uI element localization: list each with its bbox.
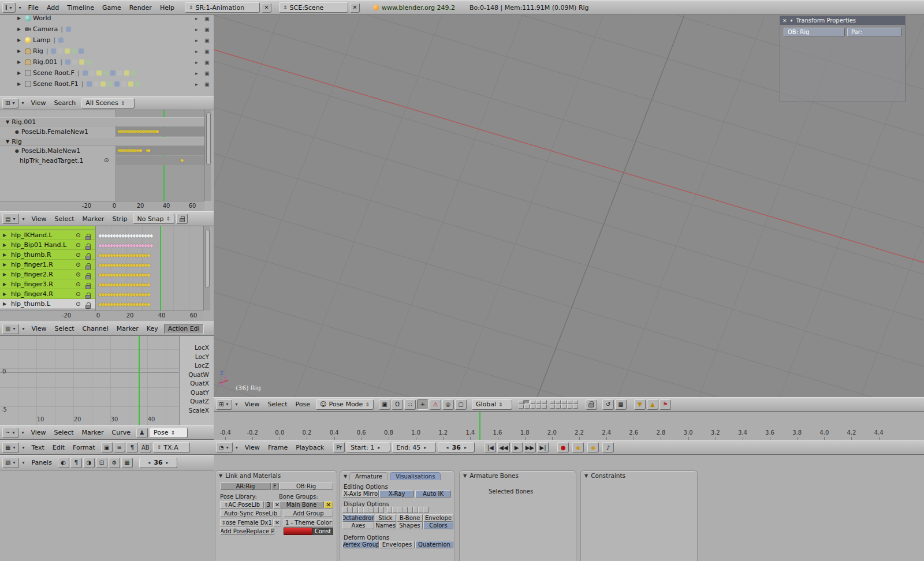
- layer-toggle[interactable]: [519, 400, 524, 404]
- nla-channel[interactable]: ▼Rig.001: [0, 117, 116, 126]
- menu-select[interactable]: Select: [51, 214, 79, 224]
- jump-start-icon[interactable]: |◀: [485, 442, 496, 452]
- ipo-type-dropdown[interactable]: Pose⇕: [150, 428, 188, 438]
- keyframe-diamond[interactable]: ◆: [147, 302, 151, 307]
- scene-close-button[interactable]: ✕: [350, 3, 360, 13]
- layer-toggle[interactable]: [556, 405, 561, 409]
- restrict-view-icon[interactable]: ▸: [195, 59, 198, 65]
- ob-name-field[interactable]: OB: Rig: [784, 28, 845, 36]
- layer-toggle[interactable]: [542, 405, 547, 409]
- dope-channel[interactable]: ▶hlp_finger4.R⊙: [0, 289, 95, 299]
- dope-channel[interactable]: ▶hlp_finger2.R⊙: [0, 270, 95, 279]
- menu-collapse-icon[interactable]: ▾: [235, 402, 237, 407]
- vertical-scrollbar[interactable]: [203, 226, 210, 311]
- screen-selector[interactable]: ⇕SR:1-Animation: [185, 2, 260, 13]
- collapse-triangle-icon[interactable]: ▼: [344, 474, 347, 479]
- toggle-octahedron[interactable]: Octahedron: [342, 514, 374, 522]
- audio-sync-icon[interactable]: ♪: [602, 442, 614, 452]
- text-datablock-field[interactable]: ⇕TX:A: [153, 442, 190, 452]
- curve-graph[interactable]: [0, 336, 179, 425]
- record-icon[interactable]: ●: [557, 442, 569, 452]
- current-frame-line[interactable]: [479, 412, 480, 440]
- restrict-view-icon[interactable]: ▸: [195, 16, 198, 21]
- nla-channel[interactable]: hlpTrk_headTarget.1⊙: [0, 156, 116, 165]
- keyframe-diamond[interactable]: ◆: [147, 272, 151, 278]
- replace-pose-button[interactable]: Replace P: [247, 528, 274, 535]
- auto-sync-poselib-button[interactable]: Auto-Sync PoseLib: [220, 510, 281, 517]
- ipo-channel[interactable]: ScaleX: [189, 407, 209, 414]
- layer-toggle[interactable]: [519, 405, 524, 409]
- toggle-quaternion[interactable]: Quaternion: [415, 541, 453, 548]
- users-count-button[interactable]: 3: [264, 501, 273, 508]
- restrict-render-icon[interactable]: ▣: [204, 81, 210, 87]
- toggle-shapes[interactable]: Shapes: [397, 522, 423, 529]
- parent-field[interactable]: Par:: [847, 28, 901, 36]
- scale-widget-icon[interactable]: ▢: [455, 399, 467, 410]
- toggle-envelope[interactable]: Envelope: [423, 514, 453, 522]
- menu-timeline[interactable]: Timeline: [63, 3, 98, 13]
- lock-icon[interactable]: [85, 256, 91, 260]
- add-group-button[interactable]: Add Group: [284, 510, 333, 517]
- menu-view[interactable]: View: [27, 214, 50, 224]
- visibility-eye-icon[interactable]: ⊙: [76, 242, 80, 248]
- collapse-triangle-icon[interactable]: ▼: [584, 473, 588, 478]
- toggle-x-axis-mirro[interactable]: X-Axis Mirro: [342, 490, 379, 498]
- toggle-axes[interactable]: Axes: [342, 522, 374, 529]
- theme-color-dropdown[interactable]: 1 - Theme Color: [284, 519, 333, 526]
- ipo-channel[interactable]: LocY: [195, 353, 209, 360]
- outliner-row[interactable]: ▶Rig|▸▣: [17, 46, 208, 57]
- rewind-icon[interactable]: ◀◀: [497, 442, 509, 452]
- editor-type-menu[interactable]: ~▾: [2, 428, 18, 438]
- menu-text[interactable]: Text: [27, 443, 48, 452]
- expander-icon[interactable]: ▶: [17, 70, 23, 76]
- snap-dropdown[interactable]: No Snap⇕: [133, 214, 174, 224]
- menu-channel[interactable]: Channel: [79, 324, 113, 334]
- script-context-icon[interactable]: ¶: [70, 458, 82, 468]
- menu-collapse-icon[interactable]: ▾: [22, 216, 24, 222]
- menu-select[interactable]: Select: [264, 399, 292, 409]
- restrict-view-icon[interactable]: ▸: [195, 70, 198, 76]
- ipo-channel[interactable]: QuatX: [190, 380, 209, 387]
- syntax-highlight-toggle[interactable]: AB: [140, 442, 151, 452]
- expander-icon[interactable]: ▶: [3, 233, 9, 238]
- expander-icon[interactable]: ▶: [3, 301, 9, 306]
- keyframe-diamond[interactable]: ◆: [155, 129, 159, 134]
- editor-type-menu[interactable]: ⊞▾: [2, 98, 18, 109]
- lock-icon[interactable]: [85, 295, 91, 299]
- pivot-dots-icon[interactable]: ∷: [404, 399, 416, 410]
- fast-forward-icon[interactable]: ▶▶: [524, 442, 536, 452]
- bone-layer-toggle[interactable]: [363, 507, 368, 513]
- bone-layer-toggle[interactable]: [379, 507, 384, 513]
- layer-toggle[interactable]: [536, 405, 541, 409]
- outliner-row[interactable]: ▶Camera|▸▣: [17, 24, 208, 35]
- panel-header[interactable]: ▼Link and Materials: [215, 471, 337, 480]
- toggle-names[interactable]: Names: [375, 522, 396, 529]
- menu-curve[interactable]: Curve: [108, 428, 135, 437]
- current-frame-field[interactable]: ◂36▸: [438, 442, 475, 452]
- menu-marker[interactable]: Marker: [79, 214, 109, 224]
- visibility-eye-icon[interactable]: ⊙: [76, 281, 80, 287]
- expander-icon[interactable]: ▶: [3, 262, 9, 267]
- layer-toggle[interactable]: [573, 405, 578, 409]
- ipo-channel[interactable]: QuatY: [191, 389, 209, 396]
- object-context-icon[interactable]: ⊡: [96, 458, 107, 468]
- menu-collapse-icon[interactable]: ▾: [22, 460, 24, 465]
- mode-dropdown[interactable]: ☺Pose Mode⇕: [316, 399, 374, 410]
- pivot-menu-icon[interactable]: Ω: [392, 399, 403, 410]
- restrict-render-icon[interactable]: ▣: [204, 48, 210, 54]
- key-up-icon[interactable]: ▲: [647, 399, 658, 410]
- restrict-render-icon[interactable]: ▣: [204, 59, 210, 65]
- dope-channel[interactable]: ▶hlp_finger1.R⊙: [0, 260, 95, 270]
- menu-marker[interactable]: Marker: [77, 428, 107, 437]
- vertical-scrollbar[interactable]: [204, 110, 211, 201]
- layer-toggle[interactable]: [550, 400, 555, 404]
- group-color-swatch[interactable]: [284, 528, 312, 535]
- chevron-down-icon[interactable]: ▾: [791, 18, 793, 23]
- viewport-3d[interactable]: z (36) Rig ✕ ▾ Transform Properties OB: …: [214, 15, 924, 397]
- shading-context-icon[interactable]: ◑: [83, 458, 95, 468]
- start-frame-field[interactable]: Start: 1▸: [346, 442, 390, 452]
- screen-toggle-icon[interactable]: ▣: [101, 442, 113, 452]
- draw-type-menu-icon[interactable]: ▣: [379, 399, 390, 410]
- editor-mode-dropdown[interactable]: Action Edi: [164, 324, 204, 334]
- toggle-b-bone[interactable]: B-Bone: [397, 514, 423, 522]
